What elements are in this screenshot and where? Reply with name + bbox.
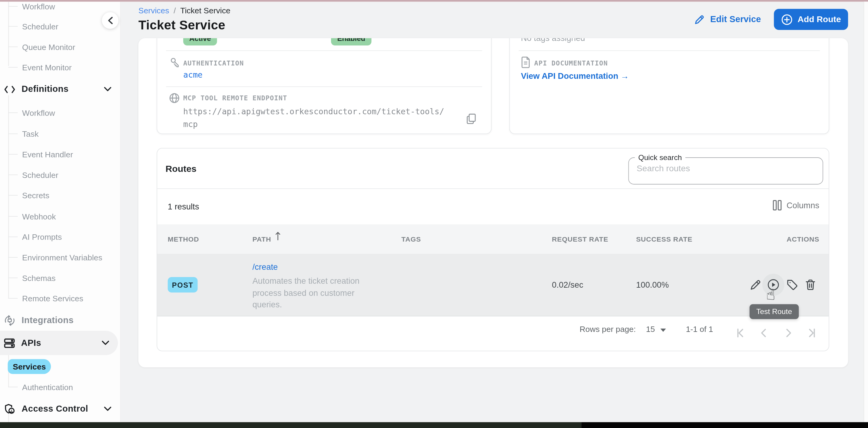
results-count: 1 results xyxy=(168,202,199,211)
sidebar-collapse-button[interactable] xyxy=(102,12,118,29)
breadcrumb-separator: / xyxy=(174,6,176,15)
sidebar-item-services-active[interactable]: Services xyxy=(8,359,51,374)
col-header-tags: TAGS xyxy=(401,235,421,244)
sidebar-item-authentication[interactable]: Authentication xyxy=(22,381,73,394)
delete-route-icon[interactable] xyxy=(804,279,816,291)
columns-button[interactable]: Columns xyxy=(773,200,819,211)
rows-per-page-select[interactable]: 15 xyxy=(646,325,655,334)
col-header-success-rate: SUCCESS RATE xyxy=(636,235,692,244)
document-icon xyxy=(521,56,530,68)
col-header-path[interactable]: PATH xyxy=(252,235,271,244)
next-page-button[interactable] xyxy=(782,326,795,340)
sidebar-item-webhook[interactable]: Webhook xyxy=(22,211,56,223)
chevron-down-icon xyxy=(104,87,112,91)
divider xyxy=(519,50,820,51)
sidebar-item-queue-monitor[interactable]: Queue Monitor xyxy=(22,41,75,53)
search-routes-input[interactable] xyxy=(636,163,809,174)
quick-search-field: Quick search xyxy=(628,153,823,184)
tags-docs-card: No tags assigned API DOCUMENTATION View … xyxy=(509,38,829,134)
plus-circle-icon xyxy=(781,13,793,25)
test-route-tooltip: Test Route xyxy=(750,304,799,319)
divider xyxy=(166,86,482,87)
access-control-icon xyxy=(4,403,16,415)
table-row[interactable]: POST /create Automates the ticket creati… xyxy=(157,254,829,316)
sidebar-item-environment-variables[interactable]: Environment Variables xyxy=(22,252,102,264)
divider xyxy=(166,50,482,51)
breadcrumb: Services / Ticket Service xyxy=(138,6,230,15)
first-page-button[interactable] xyxy=(734,326,747,340)
sidebar-section-integrations[interactable]: Integrations xyxy=(0,314,120,327)
route-description: Automates the ticket creation process ba… xyxy=(252,275,372,311)
quick-search-label: Quick search xyxy=(635,153,685,162)
page-title: Ticket Service xyxy=(138,18,225,32)
sidebar-item-workflow-monitor[interactable]: Workflow xyxy=(22,1,55,13)
route-path-link[interactable]: /create xyxy=(252,262,278,272)
sidebar-section-apis[interactable]: APIs xyxy=(0,331,118,355)
col-header-request-rate: REQUEST RATE xyxy=(552,235,608,244)
edit-route-icon[interactable] xyxy=(750,279,762,291)
chevron-left-icon xyxy=(108,17,113,25)
sidebar-item-remote-services[interactable]: Remote Services xyxy=(22,292,83,305)
edit-service-button[interactable]: Edit Service xyxy=(694,12,761,27)
sidebar-section-label: APIs xyxy=(21,338,41,348)
tree-line xyxy=(8,1,9,66)
breadcrumb-current: Ticket Service xyxy=(180,6,230,15)
col-header-actions: ACTIONS xyxy=(786,235,819,244)
code-icon xyxy=(4,85,16,93)
sidebar-section-access-control[interactable]: Access Control xyxy=(0,402,120,416)
sidebar-item-task[interactable]: Task xyxy=(22,128,39,140)
sidebar: Workflow Scheduler Queue Monitor Event M… xyxy=(0,1,121,422)
previous-page-button[interactable] xyxy=(757,326,771,340)
mouse-cursor-hand: ☝ xyxy=(766,287,775,302)
columns-icon xyxy=(773,200,781,211)
globe-icon xyxy=(169,92,180,104)
sidebar-item-scheduler-def[interactable]: Scheduler xyxy=(22,169,58,181)
endpoint-label: MCP TOOL REMOTE ENDPOINT xyxy=(183,94,287,102)
chevron-down-icon xyxy=(102,341,109,345)
endpoint-url: https://api.apigwtest.orkesconductor.com… xyxy=(183,105,445,131)
last-page-button[interactable] xyxy=(805,326,818,340)
key-icon xyxy=(169,57,181,68)
sidebar-item-event-handler[interactable]: Event Handler xyxy=(22,148,73,161)
service-info-card: Active Enabled AUTHENTICATION acme MCP T… xyxy=(157,38,492,134)
sidebar-section-label: Integrations xyxy=(22,315,73,325)
sidebar-section-label: Access Control xyxy=(22,404,88,414)
divider xyxy=(157,188,829,189)
table-header-row: METHOD PATH TAGS REQUEST RATE SUCCESS RA… xyxy=(157,224,829,254)
sidebar-item-secrets[interactable]: Secrets xyxy=(22,190,50,202)
copy-icon[interactable] xyxy=(466,113,477,124)
view-api-docs-link[interactable]: View API Documentation → xyxy=(521,71,629,80)
tag-route-icon[interactable] xyxy=(786,279,798,291)
sidebar-item-event-monitor[interactable]: Event Monitor xyxy=(22,61,72,74)
success-rate-value: 100.00% xyxy=(636,280,669,289)
rows-per-page-caret-icon[interactable] xyxy=(660,329,666,332)
sidebar-item-workflow-def[interactable]: Workflow xyxy=(22,107,55,119)
sidebar-section-label: Definitions xyxy=(22,84,68,94)
col-header-method: METHOD xyxy=(168,235,199,244)
desktop-edge-right xyxy=(581,422,868,428)
authentication-label: AUTHENTICATION xyxy=(183,59,244,67)
sidebar-item-ai-prompts[interactable]: AI Prompts xyxy=(22,231,62,243)
integrations-icon xyxy=(4,314,16,326)
edit-service-label: Edit Service xyxy=(710,15,761,25)
scrollbar-track[interactable] xyxy=(864,1,868,422)
screen: Workflow Scheduler Queue Monitor Event M… xyxy=(0,0,868,428)
sort-ascending-icon[interactable] xyxy=(275,231,281,241)
add-route-button[interactable]: Add Route xyxy=(774,9,848,30)
api-docs-label: API DOCUMENTATION xyxy=(534,59,608,67)
routes-title: Routes xyxy=(166,163,196,174)
sidebar-item-schemas[interactable]: Schemas xyxy=(22,272,55,284)
desktop-edge-left xyxy=(0,422,581,428)
sidebar-item-scheduler-monitor[interactable]: Scheduler xyxy=(22,21,58,33)
tree-line xyxy=(8,95,9,298)
status-badge-enabled: Enabled xyxy=(331,38,371,46)
breadcrumb-services-link[interactable]: Services xyxy=(138,6,169,15)
columns-label: Columns xyxy=(786,201,819,210)
pencil-icon xyxy=(694,14,705,25)
authentication-value-link[interactable]: acme xyxy=(183,70,203,79)
sidebar-section-definitions[interactable]: Definitions xyxy=(0,82,120,96)
rows-per-page-label: Rows per page: xyxy=(580,325,636,334)
status-badge-active: Active xyxy=(183,38,217,46)
app-window: Workflow Scheduler Queue Monitor Event M… xyxy=(0,0,868,428)
window-top-strip xyxy=(0,0,868,1)
